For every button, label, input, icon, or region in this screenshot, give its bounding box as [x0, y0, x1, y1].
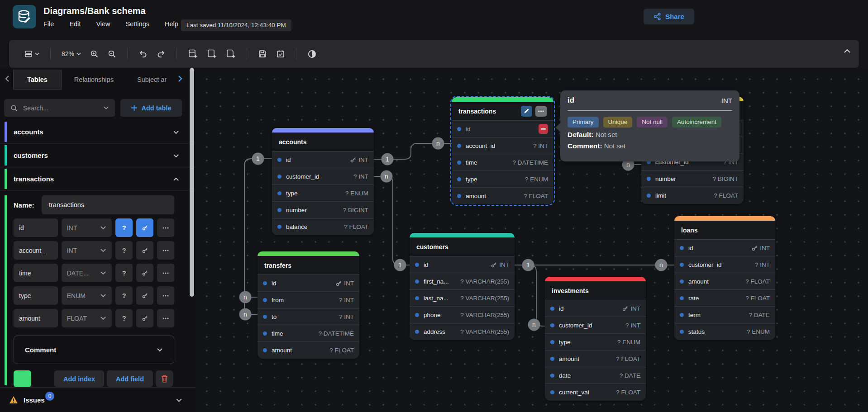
table-field-row[interactable]: type ? ENUM — [272, 185, 374, 202]
field-name-input[interactable]: id — [14, 218, 58, 237]
field-nullable-button[interactable]: ? — [115, 309, 133, 327]
add-table-button[interactable]: Add table — [120, 99, 182, 117]
table-field-row[interactable]: amount ? FLOAT — [674, 273, 775, 290]
table-field-row[interactable]: number ? BIGINT — [641, 170, 744, 187]
tabs-scroll-right[interactable] — [178, 75, 183, 84]
table-field-row[interactable]: customer_id ? INT — [272, 168, 374, 185]
share-button[interactable]: Share — [644, 9, 694, 24]
diagram-table-customers[interactable]: customers id INT first_na... ? VARCHAR(2… — [410, 233, 515, 340]
toolbar-collapse-button[interactable] — [844, 49, 851, 53]
table-field-row[interactable]: term ? DATE — [674, 307, 775, 323]
field-nullable-button[interactable]: ? — [115, 241, 133, 260]
field-nullable-button[interactable]: ? — [115, 218, 133, 237]
table-field-row[interactable]: from ? INT — [258, 292, 359, 308]
table-field-row[interactable]: type ? ENUM — [452, 171, 553, 188]
issues-bar[interactable]: Issues 0 — [0, 387, 196, 412]
field-key-button[interactable] — [136, 264, 153, 282]
field-type-select[interactable]: ENUM — [62, 286, 112, 305]
field-more-button[interactable] — [157, 286, 174, 305]
field-key-button[interactable] — [136, 286, 153, 305]
add-area-tool[interactable] — [202, 49, 221, 59]
sidebar-scrollbar[interactable] — [190, 68, 194, 297]
add-note-tool[interactable] — [221, 49, 240, 59]
field-type-select[interactable]: INT — [62, 218, 112, 237]
table-field-row[interactable]: status ? ENUM — [674, 323, 775, 340]
app-logo[interactable] — [13, 5, 36, 28]
field-name-input[interactable]: account_ — [14, 241, 58, 260]
table-field-row[interactable]: phone ? VARCHAR(255) — [410, 307, 515, 323]
accordion-chevron[interactable] — [173, 128, 179, 136]
field-key-button[interactable] — [136, 309, 153, 327]
menu-edit[interactable]: Edit — [69, 20, 81, 28]
table-more-button[interactable] — [535, 106, 547, 117]
field-type-select[interactable]: FLOAT — [62, 309, 112, 327]
table-field-row[interactable]: customer_id ? INT — [674, 256, 775, 273]
add-field-button[interactable]: Add field — [107, 370, 153, 387]
table-field-row[interactable]: id INT — [545, 300, 646, 317]
table-field-row[interactable]: current_val ? FLOAT — [545, 384, 646, 401]
table-field-row[interactable]: customer_id ? INT — [545, 317, 646, 334]
field-more-button[interactable] — [157, 241, 174, 260]
table-field-row[interactable]: last_na... ? VARCHAR(255) — [410, 290, 515, 307]
zoom-out-button[interactable] — [103, 50, 121, 58]
zoom-in-button[interactable] — [86, 50, 103, 58]
field-name-input[interactable]: type — [14, 286, 58, 305]
field-type-select[interactable]: INT — [62, 241, 112, 260]
diagram-canvas[interactable]: 1nn1nn11nnn accounts id INT customer_id … — [196, 68, 868, 412]
table-field-row[interactable]: id INT — [272, 152, 374, 168]
edit-table-button[interactable] — [521, 106, 532, 117]
field-key-button[interactable] — [136, 241, 153, 260]
table-name-input[interactable]: transactions — [42, 195, 174, 214]
delete-table-button[interactable] — [156, 370, 173, 387]
table-field-row[interactable]: to ? INT — [258, 308, 359, 325]
relationship-customers.id-investments.customer_id[interactable] — [515, 265, 545, 326]
table-field-row[interactable]: time ? DATETIME — [452, 154, 553, 171]
menu-help[interactable]: Help — [165, 20, 178, 28]
todo-button[interactable] — [272, 49, 290, 58]
table-field-row[interactable]: rate ? FLOAT — [674, 290, 775, 307]
relationship-customers.id-accounts.customer_id[interactable] — [374, 176, 410, 265]
save-button[interactable] — [253, 49, 272, 58]
table-field-row[interactable]: amount ? FLOAT — [258, 342, 359, 359]
accordion-chevron[interactable] — [173, 152, 179, 160]
diagram-list-dropdown[interactable] — [20, 50, 44, 58]
menu-settings[interactable]: Settings — [126, 20, 149, 28]
tab-tables[interactable]: Tables — [13, 70, 62, 90]
diagram-table-accounts[interactable]: accounts id INT customer_id ? INT type ?… — [272, 128, 374, 235]
diagram-table-loans[interactable]: loans id INT customer_id ? INT amount ? … — [674, 216, 775, 340]
table-field-row[interactable]: id INT — [258, 275, 359, 292]
field-name-input[interactable]: amount — [14, 309, 58, 327]
tabs-scroll-left[interactable] — [5, 75, 10, 84]
field-key-button[interactable] — [136, 218, 153, 237]
table-field-row[interactable]: limit ? FLOAT — [641, 187, 744, 204]
table-field-row[interactable]: type ? ENUM — [545, 334, 646, 350]
field-nullable-button[interactable]: ? — [115, 264, 133, 282]
field-more-button[interactable] — [157, 264, 174, 282]
tab-relationships[interactable]: Relationships — [70, 76, 118, 83]
comment-section[interactable]: Comment — [14, 336, 174, 364]
table-field-row[interactable]: number ? BIGINT — [272, 202, 374, 218]
undo-button[interactable] — [134, 50, 152, 58]
delete-field-button[interactable] — [539, 124, 548, 134]
sidebar-table-item-transactions[interactable]: transactions — [0, 167, 196, 191]
field-nullable-button[interactable]: ? — [115, 286, 133, 305]
table-field-row[interactable]: first_na... ? VARCHAR(255) — [410, 273, 515, 290]
field-more-button[interactable] — [157, 218, 174, 237]
table-field-row[interactable]: id — [452, 121, 553, 137]
sidebar-table-item-accounts[interactable]: accounts — [0, 120, 196, 144]
table-field-row[interactable]: balance ? FLOAT — [272, 218, 374, 235]
menu-view[interactable]: View — [96, 20, 110, 28]
table-field-row[interactable]: time ? DATETIME — [258, 325, 359, 342]
table-color-swatch[interactable] — [14, 370, 31, 387]
tab-subject-areas[interactable]: Subject ar — [133, 76, 171, 83]
search-input[interactable]: Search... — [4, 99, 115, 117]
zoom-dropdown[interactable]: 82% — [57, 50, 86, 57]
theme-toggle[interactable] — [303, 49, 321, 59]
table-field-row[interactable]: id INT — [410, 256, 515, 273]
add-table-tool[interactable] — [183, 49, 202, 59]
table-field-row[interactable]: date ? DATE — [545, 367, 646, 384]
sidebar-table-item-customers[interactable]: customers — [0, 144, 196, 167]
field-type-select[interactable]: DATE... — [62, 264, 112, 282]
accordion-chevron[interactable] — [173, 175, 179, 183]
table-field-row[interactable]: account_id ? INT — [452, 137, 553, 154]
